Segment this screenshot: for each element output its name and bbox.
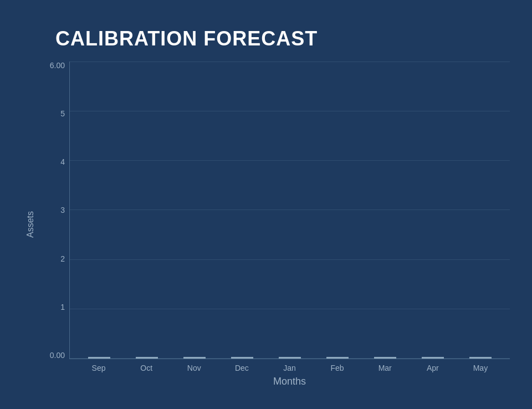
x-tick-sep: Sep: [75, 364, 122, 372]
x-tick-may: May: [457, 364, 504, 372]
x-axis-labels: SepOctNovDecJanFebMarAprMay: [69, 359, 510, 372]
bar-feb: [326, 357, 349, 359]
x-axis-title: Months: [273, 376, 306, 387]
bar-group-feb: [314, 357, 361, 359]
y-tick-3: 3: [60, 206, 65, 214]
bar-group-oct: [123, 357, 171, 359]
bar-sep: [88, 357, 110, 359]
bar-oct: [136, 357, 158, 359]
y-axis-ticks: 6.00543210.00: [39, 62, 69, 359]
bar-group-apr: [409, 357, 457, 359]
chart-title: CALIBRATION FORECAST: [22, 27, 510, 50]
bar-group-jan: [266, 357, 314, 359]
bar-jan: [279, 357, 301, 359]
bar-may: [469, 357, 492, 359]
bar-nov: [183, 357, 206, 359]
x-tick-dec: Dec: [218, 364, 265, 372]
y-tick-5: 1: [60, 303, 65, 311]
bars-area: [69, 62, 510, 359]
bar-group-dec: [218, 357, 266, 359]
x-tick-feb: Feb: [314, 364, 361, 372]
x-tick-mar: Mar: [361, 364, 409, 372]
y-tick-6: 0.00: [50, 351, 65, 359]
bar-apr: [422, 357, 444, 359]
bar-group-mar: [361, 357, 409, 359]
chart-area: Assets 6.00543210.00: [22, 62, 510, 387]
y-tick-2: 4: [60, 158, 65, 166]
x-axis-title-row: Months: [69, 376, 510, 387]
bar-group-sep: [75, 357, 123, 359]
chart-inner: 6.00543210.00: [39, 62, 510, 387]
plot-area: 6.00543210.00: [39, 62, 510, 359]
y-tick-4: 2: [60, 255, 65, 263]
x-tick-nov: Nov: [170, 364, 218, 372]
bar-mar: [374, 357, 396, 359]
y-axis-label-container: Assets: [22, 62, 39, 387]
chart-container: CALIBRATION FORECAST Assets 6.00543210.0…: [11, 11, 521, 398]
x-tick-oct: Oct: [122, 364, 170, 372]
y-tick-0: 6.00: [50, 62, 65, 69]
bars-inner: [70, 62, 510, 359]
bar-group-may: [457, 357, 504, 359]
y-axis-label: Assets: [25, 211, 35, 238]
x-tick-apr: Apr: [409, 364, 457, 372]
bar-dec: [231, 357, 253, 359]
y-tick-1: 5: [60, 110, 65, 117]
x-tick-jan: Jan: [265, 364, 313, 372]
bar-group-nov: [171, 357, 218, 359]
